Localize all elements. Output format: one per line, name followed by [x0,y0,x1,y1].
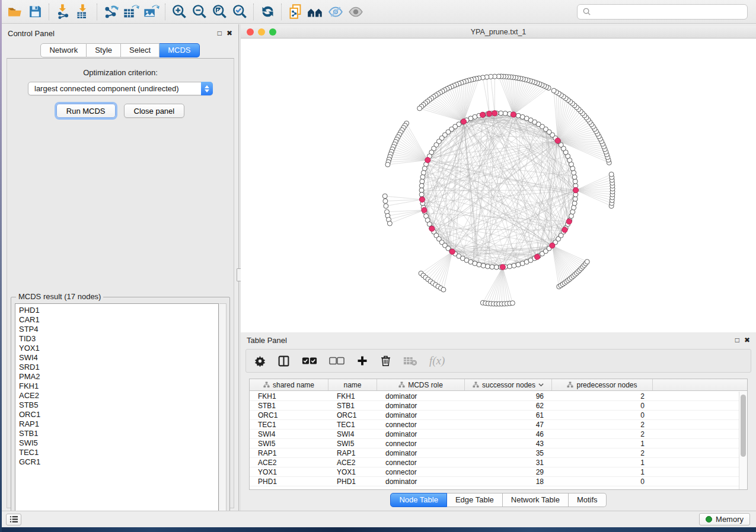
zoom-in-button[interactable] [169,3,189,21]
network-node[interactable] [572,171,576,175]
mcds-hub-node[interactable] [487,111,492,116]
tab-motifs[interactable]: Motifs [569,493,607,507]
network-node[interactable] [419,188,424,193]
table-cell[interactable]: ACE2 [328,458,377,467]
tab-mcds[interactable]: MCDS [160,43,199,57]
network-node[interactable] [572,175,577,180]
import-network-button[interactable] [53,3,73,21]
export-table-button[interactable] [121,3,141,21]
table-row[interactable]: PHD1PHD1dominator180 [250,477,739,486]
network-leaf-node[interactable] [383,198,388,203]
close-table-panel-icon[interactable]: ✖ [744,336,750,344]
network-leaf-node[interactable] [585,259,589,264]
table-cell[interactable]: 1 [552,439,653,448]
mcds-hub-node[interactable] [422,207,427,213]
network-node[interactable] [420,175,425,180]
table-cell[interactable]: ORC1 [328,411,377,419]
mcds-result-item[interactable]: SWI5 [19,438,218,448]
mcds-hub-node[interactable] [461,119,466,124]
network-node[interactable] [421,171,426,175]
table-cell[interactable]: connector [377,458,465,467]
search-input[interactable] [595,7,742,16]
table-cell[interactable]: dominator [377,477,465,486]
table-cell[interactable]: RAP1 [250,448,328,457]
criterion-select[interactable]: largest connected component (undirected) [28,82,213,95]
mcds-result-item[interactable]: STP4 [19,325,218,334]
network-leaf-node[interactable] [387,221,392,226]
mcds-result-item[interactable]: ACE2 [19,391,218,400]
table-cell[interactable]: YOX1 [250,467,328,476]
network-node[interactable] [481,263,486,268]
table-row[interactable]: SWI5SWI5connector431 [250,439,739,448]
table-cell[interactable]: 47 [465,420,552,429]
export-image-button[interactable] [141,3,161,21]
network-node[interactable] [499,111,503,116]
network-node[interactable] [570,210,575,214]
tab-node-table[interactable]: Node Table [390,493,447,507]
tab-network[interactable]: Network [40,43,87,57]
table-cell[interactable]: 1 [552,467,653,476]
zoom-fit-button[interactable] [209,3,229,21]
table-cell[interactable]: SWI5 [328,439,377,448]
mcds-result-item[interactable]: YOX1 [19,344,218,353]
table-cell[interactable]: dominator [377,411,465,419]
column-header-name[interactable]: name [328,379,377,390]
open-file-button[interactable] [5,3,25,21]
network-node[interactable] [516,113,521,118]
tab-edge-table[interactable]: Edge Table [447,493,503,507]
mcds-result-item[interactable]: TID3 [19,334,218,344]
table-cell[interactable]: 62 [465,401,552,410]
table-row[interactable]: YOX1YOX1connector291 [250,467,739,477]
network-node[interactable] [512,263,516,268]
mcds-hub-node[interactable] [573,187,578,193]
table-cell[interactable]: connector [377,420,465,429]
mcds-result-item[interactable]: STB1 [19,429,218,438]
mcds-hub-node[interactable] [511,112,516,117]
memory-button[interactable]: Memory [699,513,750,525]
table-cell[interactable]: 29 [465,467,552,476]
mcds-result-item[interactable]: CAR1 [19,315,218,325]
hide-selected-button[interactable] [326,3,346,21]
mcds-hub-node[interactable] [534,254,540,259]
mcds-result-item[interactable]: GCR1 [19,457,218,467]
table-cell[interactable]: dominator [377,392,465,400]
table-cell[interactable]: SWI5 [250,439,328,448]
table-cell[interactable]: 46 [465,430,552,438]
table-cell[interactable]: 96 [465,392,552,400]
table-scrollbar-thumb[interactable] [741,395,746,457]
mcds-hub-node[interactable] [550,243,555,248]
mcds-result-item[interactable]: PMA2 [19,372,218,382]
table-cell[interactable]: TEC1 [250,420,328,429]
table-cell[interactable]: 35 [465,448,552,457]
float-table-panel-icon[interactable]: □ [735,336,739,344]
column-view-button[interactable] [277,355,290,367]
column-header-successor-nodes[interactable]: successor nodes [465,379,552,390]
network-node[interactable] [508,264,512,269]
table-cell[interactable]: SWI4 [250,430,328,438]
table-cell[interactable]: 0 [552,401,653,410]
network-leaf-node[interactable] [385,162,390,167]
network-node[interactable] [573,179,578,184]
mcds-result-item[interactable]: STB5 [19,400,218,410]
table-cell[interactable]: dominator [377,448,465,457]
table-cell[interactable]: dominator [377,401,465,410]
mcds-result-item[interactable]: FKH1 [19,382,218,391]
table-cell[interactable]: 0 [552,411,653,419]
mcds-result-item[interactable]: PHD1 [19,306,218,315]
mcds-result-item[interactable]: TEC1 [19,448,218,457]
tab-network-table[interactable]: Network Table [503,493,569,507]
table-scrollbar[interactable] [739,392,747,489]
table-cell[interactable]: 31 [465,458,552,467]
mcds-hub-node[interactable] [566,219,572,224]
table-cell[interactable]: connector [377,467,465,476]
select-all-button[interactable] [302,357,317,365]
mcds-hub-node[interactable] [562,227,567,232]
network-node[interactable] [485,264,490,269]
table-cell[interactable]: STB1 [328,401,377,410]
column-header-shared-name[interactable]: shared name [250,379,328,390]
mcds-hub-node[interactable] [449,249,455,254]
first-neighbors-button[interactable] [305,3,326,21]
table-row[interactable]: ACE2ACE2connector311 [250,458,739,467]
table-cell[interactable]: FKH1 [328,392,377,400]
mcds-hub-node[interactable] [555,138,560,143]
